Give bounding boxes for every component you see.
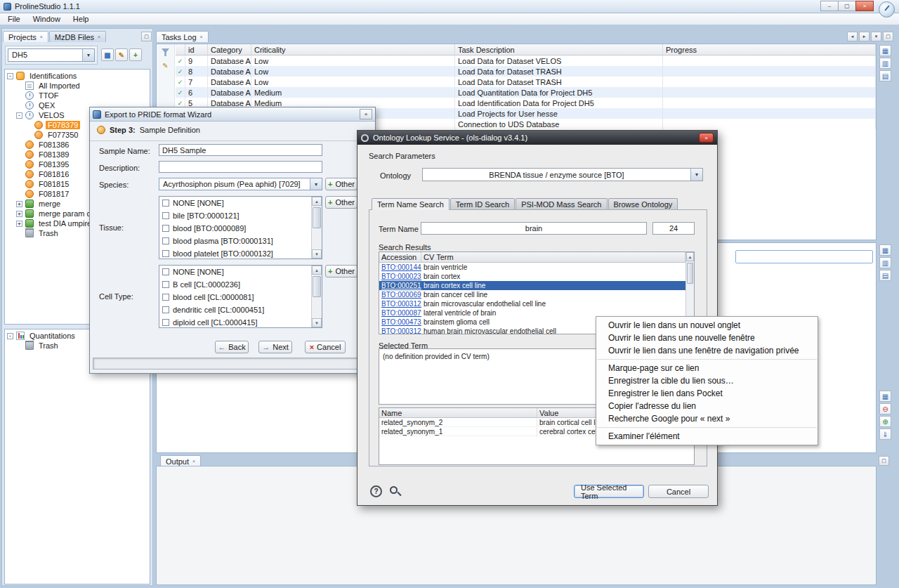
- project-select[interactable]: DH5 ▾: [8, 48, 95, 62]
- checkbox-icon[interactable]: [162, 319, 169, 326]
- accession-link[interactable]: BTO:0002515: [379, 282, 421, 289]
- list-option[interactable]: bile [BTO:0000121]: [159, 209, 311, 222]
- result-row[interactable]: BTO:0003128brain microvascular endotheli…: [379, 299, 685, 308]
- filter-icon[interactable]: [162, 48, 169, 56]
- accession-link[interactable]: BTO:0000690: [379, 291, 421, 299]
- species-select[interactable]: Acyrthosiphon pisum (Pea aphid) [7029] ▾: [159, 178, 322, 190]
- menu-help[interactable]: Help: [67, 13, 96, 25]
- tab-tasks-log[interactable]: Tasks Log ×: [156, 31, 209, 42]
- accession-link[interactable]: BTO:0001442: [379, 263, 421, 271]
- column-header-task-description[interactable]: Task Description: [455, 44, 663, 55]
- checkbox-icon[interactable]: [162, 294, 169, 301]
- scroll-track[interactable]: [312, 206, 322, 249]
- table-display-icon[interactable]: ▦: [879, 391, 891, 402]
- close-icon[interactable]: ×: [360, 109, 372, 119]
- close-button[interactable]: ×: [855, 1, 874, 11]
- accession-link[interactable]: BTO:0004735: [379, 318, 421, 326]
- help-icon[interactable]: ?: [370, 485, 382, 497]
- minimize-panel-icon[interactable]: ▢: [141, 32, 152, 41]
- result-row[interactable]: BTO:0000233brain cortex: [379, 272, 685, 281]
- tissue-other-button[interactable]: + Other: [325, 196, 357, 209]
- column-header-category[interactable]: Category: [208, 44, 251, 55]
- cell-type-other-button[interactable]: + Other: [325, 265, 357, 277]
- menu-window[interactable]: Window: [27, 13, 67, 25]
- scroll-up-icon[interactable]: ▲: [312, 197, 322, 206]
- cancel-button[interactable]: × Cancel: [305, 341, 346, 353]
- table-display-icon[interactable]: ▦: [879, 244, 891, 256]
- ontology-select[interactable]: BRENDA tissue / enzyme source [BTO] ▾: [422, 168, 703, 181]
- tree-item-all-imported[interactable]: All Imported: [5, 81, 150, 91]
- wizard-titlebar[interactable]: Export to PRIDE format Wizard ×: [90, 107, 375, 122]
- scroll-down-icon[interactable]: ▼: [312, 249, 322, 259]
- collapse-toggle-icon[interactable]: -: [16, 112, 22, 119]
- edit-icon[interactable]: ✎: [115, 48, 128, 61]
- species-other-button[interactable]: + Other: [325, 178, 357, 190]
- scroll-thumb[interactable]: [313, 207, 321, 228]
- ols-cancel-button[interactable]: Cancel: [648, 485, 709, 498]
- next-button[interactable]: → Next: [258, 341, 292, 353]
- tab-list-icon[interactable]: ▾: [871, 32, 881, 41]
- columns-display-icon[interactable]: ▥: [879, 257, 891, 268]
- task-row[interactable]: ✓8Database A...LowLoad Data for Dataset …: [176, 66, 876, 77]
- checkbox-icon[interactable]: [162, 200, 169, 207]
- pen-icon[interactable]: ✎: [162, 62, 168, 70]
- scroll-track[interactable]: [312, 275, 322, 318]
- scroll-thumb[interactable]: [687, 263, 693, 284]
- task-row[interactable]: ✓7Database A...LowLoad Data for Dataset …: [176, 77, 876, 87]
- list-option[interactable]: blood plasma [BTO:0000131]: [159, 235, 311, 247]
- description-input[interactable]: [159, 161, 322, 173]
- list-option[interactable]: NONE [NONE]: [159, 197, 311, 209]
- menu-item-ouvrir-le-lien-dans-un-nouvel-onglet[interactable]: Ouvrir le lien dans un nouvel onglet: [596, 319, 818, 332]
- list-display-icon[interactable]: ▤: [879, 270, 891, 281]
- scroll-track[interactable]: [686, 261, 694, 325]
- list-option[interactable]: diploid cell [CL:0000415]: [159, 316, 311, 327]
- checkbox-icon[interactable]: [162, 306, 169, 313]
- memory-gauge-icon[interactable]: [879, 1, 895, 18]
- column-header-status[interactable]: [176, 44, 185, 55]
- expand-toggle-icon[interactable]: +: [16, 221, 22, 227]
- expand-toggle-icon[interactable]: +: [16, 201, 22, 207]
- scroll-right-icon[interactable]: ▸: [859, 32, 870, 41]
- result-row[interactable]: BTO:0001442brain ventricle: [379, 263, 685, 272]
- ols-tab-browse-ontology[interactable]: Browse Ontology: [608, 198, 678, 210]
- checkbox-icon[interactable]: [162, 281, 169, 288]
- properties-icon[interactable]: ▦: [101, 48, 114, 61]
- list-option[interactable]: blood [BTO:0000089]: [159, 222, 311, 235]
- tab-close-icon[interactable]: ×: [40, 34, 43, 39]
- columns-display-icon[interactable]: ▥: [879, 58, 891, 69]
- list-option[interactable]: dendritic cell [CL:0000451]: [159, 303, 311, 316]
- tab-output[interactable]: Output ×: [160, 455, 201, 466]
- task-row[interactable]: ✓6Database A...MediumLoad Quantitation D…: [176, 87, 876, 98]
- close-icon[interactable]: ×: [699, 133, 714, 143]
- back-button[interactable]: ← Back: [215, 341, 249, 353]
- ols-tab-psi-mod-mass-search[interactable]: PSI-MOD Mass Search: [516, 198, 607, 210]
- sample-name-input[interactable]: DH5 Sample: [159, 144, 322, 156]
- tab-mzdb-files[interactable]: MzDB Files×: [49, 31, 106, 42]
- term-name-input[interactable]: brain: [421, 222, 647, 235]
- export-icon[interactable]: ⇓: [879, 429, 891, 440]
- maximize-panel-icon[interactable]: ▢: [883, 32, 893, 41]
- maximize-panel-icon[interactable]: ▢: [879, 456, 889, 466]
- list-option[interactable]: B cell [CL:0000236]: [159, 278, 311, 291]
- expand-toggle-icon[interactable]: +: [16, 211, 22, 217]
- accession-link[interactable]: BTO:0003129: [379, 327, 421, 334]
- menu-item-ouvrir-le-lien-dans-une-nouvelle-fen-tre[interactable]: Ouvrir le lien dans une nouvelle fenêtre: [596, 332, 818, 344]
- list-option[interactable]: NONE [NONE]: [159, 266, 311, 278]
- checkbox-icon[interactable]: [162, 250, 169, 257]
- tab-projects[interactable]: Projects×: [3, 31, 48, 42]
- filter-input[interactable]: [735, 250, 873, 263]
- accession-link[interactable]: BTO:0000233: [379, 273, 421, 280]
- accession-column-header[interactable]: Accession: [379, 252, 421, 262]
- list-option[interactable]: blood platelet [BTO:0000132]: [159, 247, 311, 259]
- checkbox-icon[interactable]: [162, 225, 169, 232]
- vertical-scrollbar[interactable]: ▲▼: [311, 266, 322, 327]
- maximize-button[interactable]: ▢: [838, 1, 856, 11]
- remove-icon[interactable]: ⊖: [879, 403, 891, 414]
- table-display-icon[interactable]: ▦: [879, 45, 891, 56]
- tree-item-identifications[interactable]: -Identifications: [5, 71, 150, 81]
- search-icon[interactable]: [390, 486, 398, 494]
- list-display-icon[interactable]: ▤: [879, 70, 891, 81]
- menu-item-marque-page-sur-ce-lien[interactable]: Marque-page sur ce lien: [596, 362, 818, 374]
- column-header-id[interactable]: id: [185, 44, 208, 55]
- checkbox-icon[interactable]: [162, 237, 169, 244]
